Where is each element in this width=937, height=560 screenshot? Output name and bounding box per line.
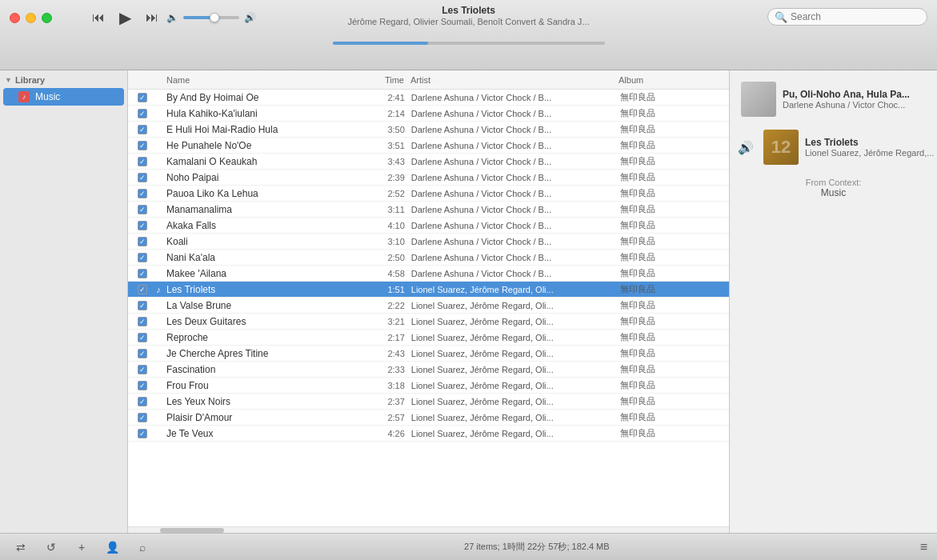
track-album: 無印良品: [620, 315, 723, 327]
checkbox-icon: ✓: [138, 237, 147, 246]
now-playing-title: Les Triolets: [347, 5, 589, 16]
track-check[interactable]: ✓: [134, 333, 150, 342]
track-row[interactable]: ✓ He Punahele No'Oe3:51Darlene Ashuna / …: [128, 138, 729, 154]
now-playing: Les Triolets Jérôme Regard, Olivier Soum…: [347, 5, 589, 26]
track-row[interactable]: ✓ Je Te Veux4:26Lionel Suarez, Jérôme Re…: [128, 426, 729, 442]
track-row[interactable]: ✓ La Valse Brune2:22Lionel Suarez, Jérôm…: [128, 298, 729, 314]
track-check[interactable]: ✓: [134, 93, 150, 102]
next-track-button[interactable]: ⏭: [146, 10, 158, 25]
track-row[interactable]: ✓ Hula Kahiko-Ka'iulani2:14Darlene Ashun…: [128, 106, 729, 122]
track-check[interactable]: ✓: [134, 237, 150, 246]
track-row[interactable]: ✓ Nani Ka'ala2:50Darlene Ashuna / Victor…: [128, 250, 729, 266]
search-bottom-button[interactable]: ⌕: [131, 538, 154, 556]
track-check[interactable]: ✓: [134, 381, 150, 390]
track-name: Koali: [166, 236, 375, 247]
horizontal-scrollbar[interactable]: [128, 526, 729, 533]
track-check[interactable]: ✓: [134, 221, 150, 230]
checkbox-icon: ✓: [138, 157, 147, 166]
track-list-container: Name Time Artist Album ✓ By And By Hoima…: [128, 70, 729, 533]
track-row[interactable]: ✓ E Huli Hoi Mai-Radio Hula3:50Darlene A…: [128, 122, 729, 138]
track-check[interactable]: ✓: [134, 269, 150, 278]
track-check[interactable]: ✓: [134, 349, 150, 358]
list-view-button[interactable]: ≡: [920, 540, 927, 554]
add-user-button[interactable]: 👤: [101, 538, 123, 556]
checkbox-icon: ✓: [138, 397, 147, 406]
track-row[interactable]: ✓ Les Yeux Noirs2:37Lionel Suarez, Jérôm…: [128, 394, 729, 410]
checkbox-icon: ✓: [138, 333, 147, 342]
track-check[interactable]: ✓: [134, 413, 150, 422]
search-input[interactable]: [767, 8, 927, 26]
track-album: 無印良品: [620, 411, 723, 423]
progress-track[interactable]: [333, 42, 605, 45]
track-album: 無印良品: [620, 395, 723, 407]
track-row[interactable]: ✓ Akaka Falls4:10Darlene Ashuna / Victor…: [128, 218, 729, 234]
shuffle-button[interactable]: ⇄: [10, 538, 32, 556]
track-row[interactable]: ✓ Fascination2:33Lionel Suarez, Jérôme R…: [128, 362, 729, 378]
track-check[interactable]: ✓: [134, 301, 150, 310]
track-artist: Darlene Ashuna / Victor Chock / B...: [411, 125, 620, 134]
track-row[interactable]: ✓ Plaisir D'Amour2:57Lionel Suarez, Jérô…: [128, 410, 729, 426]
checkbox-icon: ✓: [138, 125, 147, 134]
track-row[interactable]: ✓ Koali3:10Darlene Ashuna / Victor Chock…: [128, 234, 729, 250]
sidebar-library-header[interactable]: ▼ Library: [0, 70, 127, 88]
track-check[interactable]: ✓: [134, 285, 150, 294]
header-name[interactable]: Name: [166, 75, 374, 85]
track-album: 無印良品: [620, 203, 723, 215]
track-row[interactable]: ✓ Manamanalima3:11Darlene Ashuna / Victo…: [128, 202, 729, 218]
track-check[interactable]: ✓: [134, 157, 150, 166]
track-row[interactable]: ✓ Les Deux Guitares3:21Lionel Suarez, Jé…: [128, 314, 729, 330]
track-check[interactable]: ✓: [134, 189, 150, 198]
track-check[interactable]: ✓: [134, 365, 150, 374]
track-row[interactable]: ✓ Noho Paipai2:39Darlene Ashuna / Victor…: [128, 170, 729, 186]
next-icon: ⏭: [146, 10, 158, 24]
track-row[interactable]: ✓ ♪ Les Triolets1:51Lionel Suarez, Jérôm…: [128, 282, 729, 298]
checkbox-icon: ✓: [138, 381, 147, 390]
sidebar: ▼ Library ♪ Music: [0, 70, 128, 533]
track-row[interactable]: ✓ Pauoa Liko Ka Lehua2:52Darlene Ashuna …: [128, 186, 729, 202]
track-check[interactable]: ✓: [134, 397, 150, 406]
track-time: 2:50: [375, 253, 411, 262]
track-artist: Darlene Ashuna / Victor Chock / B...: [411, 221, 620, 230]
close-button[interactable]: [10, 13, 20, 23]
add-button[interactable]: +: [70, 538, 93, 556]
checkbox-icon: ✓: [138, 253, 147, 262]
track-album: 無印良品: [620, 299, 723, 311]
track-check[interactable]: ✓: [134, 141, 150, 150]
track-row[interactable]: ✓ Je Cherche Apres Titine2:43Lionel Suar…: [128, 346, 729, 362]
track-check[interactable]: ✓: [134, 317, 150, 326]
search-bar: 🔍: [767, 8, 927, 26]
track-check[interactable]: ✓: [134, 429, 150, 438]
header-artist[interactable]: Artist: [410, 75, 619, 85]
volume-track[interactable]: [183, 16, 239, 19]
checkbox-icon: ✓: [138, 141, 147, 150]
header-album[interactable]: Album: [619, 75, 723, 85]
track-row[interactable]: ✓ Kamalani O Keaukah3:43Darlene Ashuna /…: [128, 154, 729, 170]
repeat-button[interactable]: ↺: [40, 538, 62, 556]
track-check[interactable]: ✓: [134, 109, 150, 118]
track-row[interactable]: ✓ By And By Hoimai Oe2:41Darlene Ashuna …: [128, 90, 729, 106]
track-time: 2:39: [375, 173, 411, 182]
track-row[interactable]: ✓ Makee 'Ailana4:58Darlene Ashuna / Vict…: [128, 266, 729, 282]
search-bottom-icon: ⌕: [139, 541, 146, 554]
track-check[interactable]: ✓: [134, 253, 150, 262]
track-row[interactable]: ✓ Reproche2:17Lionel Suarez, Jérôme Rega…: [128, 330, 729, 346]
volume-thumb[interactable]: [210, 13, 219, 22]
track-check[interactable]: ✓: [134, 125, 150, 134]
track-artist: Darlene Ashuna / Victor Chock / B...: [411, 141, 620, 150]
sidebar-item-music[interactable]: ♪ Music: [3, 88, 124, 106]
checkbox-icon: ✓: [138, 93, 147, 102]
header-time[interactable]: Time: [374, 75, 410, 85]
maximize-button[interactable]: [42, 13, 52, 23]
track-name: Manamanalima: [166, 204, 375, 215]
album-info-playing: Les Triolets Lionel Suarez, Jérôme Regar…: [805, 137, 934, 158]
track-check[interactable]: ✓: [134, 205, 150, 214]
track-album: 無印良品: [620, 107, 723, 119]
minimize-button[interactable]: [26, 13, 36, 23]
track-row[interactable]: ✓ Frou Frou3:18Lionel Suarez, Jérôme Reg…: [128, 378, 729, 394]
track-check[interactable]: ✓: [134, 173, 150, 182]
album-sidebar: Pu, Oli-Noho Ana, Hula Pa... Darlene Ash…: [729, 70, 937, 533]
prev-track-button[interactable]: ⏮: [92, 10, 105, 25]
track-album: 無印良品: [620, 139, 723, 151]
play-button[interactable]: ▶: [119, 8, 131, 27]
track-name: Reproche: [166, 332, 375, 343]
